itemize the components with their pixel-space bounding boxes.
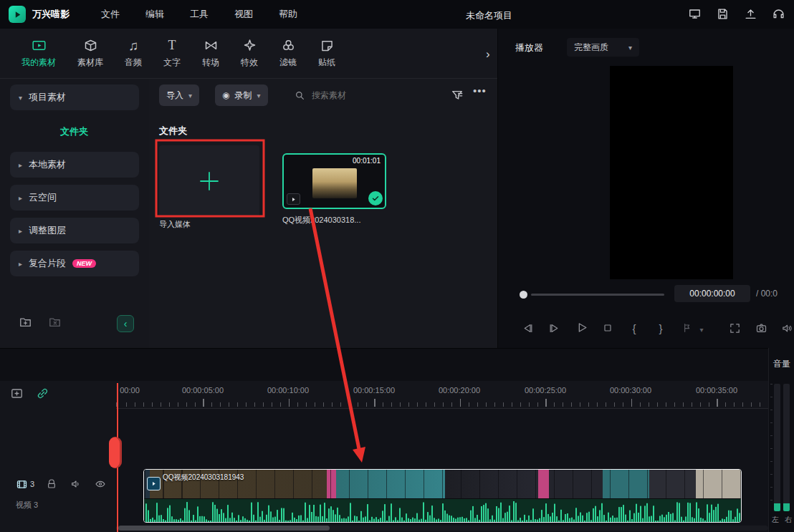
import-button[interactable]: 导入 ▾ xyxy=(159,84,199,106)
import-media-tile[interactable] xyxy=(159,145,259,217)
stop-button[interactable] xyxy=(599,319,616,337)
menu-file[interactable]: 文件 xyxy=(101,8,120,21)
tab-label: 转场 xyxy=(202,57,219,69)
sidebar-item-local-media[interactable]: ▸ 本地素材 xyxy=(10,152,139,178)
timeline-scrollbar-track[interactable] xyxy=(116,526,768,531)
chevron-down-icon: ▾ xyxy=(257,92,260,100)
sidebar-item-cloud[interactable]: ▸ 云空间 xyxy=(10,185,139,211)
video-preview[interactable] xyxy=(610,66,733,279)
tab-text[interactable]: T 文字 xyxy=(163,38,181,69)
play-icon xyxy=(575,321,588,334)
video-media-label: QQ视频2024030318... xyxy=(282,215,360,226)
track-count: 3 xyxy=(30,480,34,488)
timeline-clip[interactable]: QQ视频20240303181943 xyxy=(143,469,742,523)
timeline-ruler[interactable]: 00:00 00:00:05:00 00:00:10:00 00:00:15:0… xyxy=(116,381,768,409)
search-box[interactable] xyxy=(294,84,406,106)
chevron-right-icon: ▸ xyxy=(19,161,22,169)
tab-stock-media[interactable]: 素材库 xyxy=(77,38,103,69)
eye-icon xyxy=(95,478,106,490)
mute-button[interactable] xyxy=(778,319,794,337)
new-folder-icon[interactable] xyxy=(19,315,32,329)
menu-bar: 文件 编辑 工具 视图 帮助 xyxy=(101,8,297,21)
lock-track-button[interactable] xyxy=(46,478,57,490)
tab-filters[interactable]: 滤镜 xyxy=(279,38,297,69)
search-input[interactable] xyxy=(310,90,406,101)
marker-chevron-icon[interactable]: ▾ xyxy=(693,321,710,338)
tab-stickers[interactable]: 贴纸 xyxy=(318,38,335,69)
save-icon[interactable] xyxy=(716,7,730,21)
tab-my-media[interactable]: 我的素材 xyxy=(21,38,56,69)
sidebar-item-label: 文件夹 xyxy=(60,125,88,138)
fullscreen-button[interactable] xyxy=(726,319,743,337)
sidebar-item-project-media[interactable]: ▾ 项目素材 xyxy=(10,84,139,110)
tab-transition[interactable]: 转场 xyxy=(202,38,219,69)
collapse-sidebar-button[interactable]: ‹ xyxy=(117,315,134,332)
playhead-handle[interactable] xyxy=(109,437,122,468)
plus-icon xyxy=(196,168,222,194)
duration-value: 00:0 xyxy=(761,289,778,299)
record-button[interactable]: ◉ 录制 ▾ xyxy=(215,84,268,106)
mark-in-button[interactable]: { xyxy=(626,319,643,337)
tab-audio[interactable]: ♫ 音频 xyxy=(125,38,142,69)
add-to-timeline-button[interactable] xyxy=(10,387,24,400)
music-note-icon: ♫ xyxy=(128,38,138,53)
record-label: 录制 xyxy=(234,90,252,102)
add-media-icon xyxy=(10,387,24,400)
video-track-header[interactable]: 3 视频 3 xyxy=(0,474,116,524)
scrubber-handle[interactable] xyxy=(520,291,527,299)
play-icon xyxy=(150,480,157,487)
project-title: 未命名项目 xyxy=(466,9,512,22)
more-options-icon[interactable]: ••• xyxy=(473,84,487,97)
filter-funnel-icon[interactable] xyxy=(450,88,464,102)
record-dot-icon: ◉ xyxy=(222,90,229,100)
meter-ticks xyxy=(770,384,773,511)
quality-value: 完整画质 xyxy=(574,42,608,54)
mute-track-button[interactable] xyxy=(70,478,82,490)
clip-waveform xyxy=(144,499,741,523)
ruler-label: 00:00:15:00 xyxy=(353,386,395,395)
menu-tools[interactable]: 工具 xyxy=(190,8,209,21)
tab-label: 贴纸 xyxy=(318,57,335,69)
sidebar-item-folder[interactable]: 文件夹 xyxy=(10,120,139,143)
export-icon[interactable] xyxy=(744,7,757,21)
total-duration: / 00:0 xyxy=(756,289,794,299)
meter-bar-right xyxy=(783,384,790,511)
tab-label: 音频 xyxy=(125,57,142,69)
scrubber-track[interactable] xyxy=(531,294,664,296)
track-header-column: 3 视频 3 xyxy=(0,381,117,532)
play-button[interactable] xyxy=(573,319,590,336)
next-frame-button[interactable] xyxy=(545,319,563,337)
headset-icon[interactable] xyxy=(772,7,785,21)
meter-channel-right: 右 xyxy=(785,515,792,525)
tabs-overflow-chevron-icon[interactable]: › xyxy=(486,47,490,62)
expand-icon xyxy=(729,322,741,334)
sidebar-item-compound-clip[interactable]: ▸ 复合片段 NEW xyxy=(10,251,139,276)
ruler-label: 00:00:05:00 xyxy=(182,386,224,395)
timeline-toolbar: ▾ T ▾ ≫ ⊖ xyxy=(0,348,794,382)
menu-view[interactable]: 视图 xyxy=(234,8,253,21)
ruler-label: 00:00:35:00 xyxy=(696,386,737,395)
selected-check-badge xyxy=(368,191,383,205)
mark-out-button[interactable]: } xyxy=(652,319,669,337)
search-icon xyxy=(294,90,305,101)
sidebar-item-adjustment-layer[interactable]: ▸ 调整图层 xyxy=(10,218,139,243)
delete-folder-icon[interactable] xyxy=(48,315,62,329)
menu-help[interactable]: 帮助 xyxy=(279,8,297,21)
timeline-scrollbar-thumb[interactable] xyxy=(118,526,330,531)
next-frame-icon xyxy=(548,322,560,334)
track-label: 视频 3 xyxy=(16,500,38,511)
tab-label: 特效 xyxy=(241,57,258,69)
layout-icon[interactable] xyxy=(688,7,702,21)
hide-track-button[interactable] xyxy=(95,478,106,490)
player-panel: 播放器 完整画质 ▾ 00:00:00:00 / 00:0 xyxy=(497,29,794,348)
text-tool-icon: T xyxy=(168,38,176,53)
chevron-down-icon: ▾ xyxy=(628,44,632,52)
tab-effects[interactable]: 特效 xyxy=(241,38,258,69)
menu-edit[interactable]: 编辑 xyxy=(145,8,164,21)
sparkle-icon xyxy=(242,38,257,53)
snapshot-button[interactable] xyxy=(752,319,770,337)
link-clips-button[interactable] xyxy=(36,387,49,400)
previous-frame-button[interactable] xyxy=(519,319,536,337)
quality-dropdown[interactable]: 完整画质 ▾ xyxy=(567,38,639,57)
video-media-card[interactable]: 00:01:01 xyxy=(282,153,386,209)
